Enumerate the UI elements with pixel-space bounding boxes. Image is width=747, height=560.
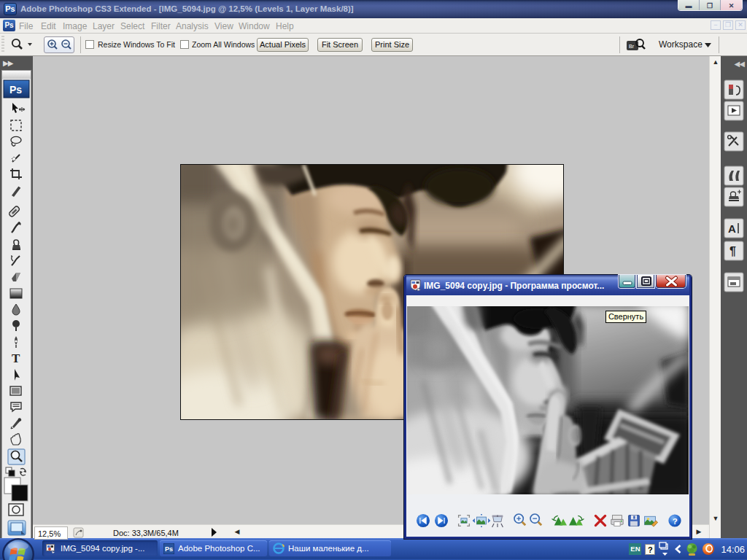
svg-text:Ps: Ps — [165, 545, 173, 553]
svg-text:Br: Br — [629, 44, 635, 49]
svg-text:¶: ¶ — [729, 245, 736, 257]
svg-text:Ps: Ps — [9, 84, 22, 96]
svg-text:A: A — [728, 222, 736, 235]
svg-text:T: T — [12, 351, 20, 365]
